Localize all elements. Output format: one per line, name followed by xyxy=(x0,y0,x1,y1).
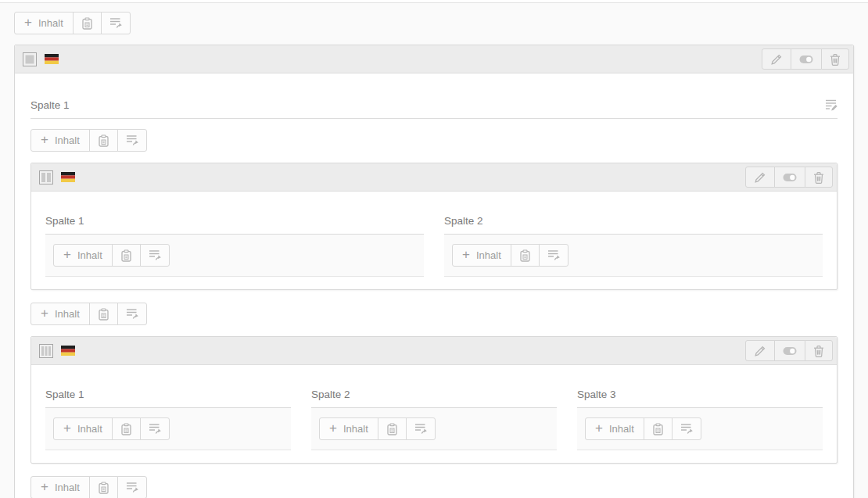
pencil-icon xyxy=(770,53,783,66)
toggle-visibility-button[interactable] xyxy=(774,340,805,361)
container-header[interactable] xyxy=(31,337,837,365)
toggle-visibility-button[interactable] xyxy=(791,48,822,70)
toggle-visibility-button[interactable] xyxy=(774,167,805,188)
content-toolbar: + Inhalt xyxy=(319,417,436,440)
paste-clipboard-button[interactable] xyxy=(89,303,118,325)
paste-clipboard-button[interactable] xyxy=(89,129,118,152)
paste-clipboard-button[interactable] xyxy=(112,244,141,267)
add-content-button[interactable]: + Inhalt xyxy=(452,244,511,267)
add-content-label: Inhalt xyxy=(77,423,102,435)
new-record-button[interactable] xyxy=(117,303,147,325)
new-content-record-icon xyxy=(126,482,138,493)
add-content-button[interactable]: + Inhalt xyxy=(319,417,378,440)
grid-container-two-columns: Spalte 1 + Inhalt xyxy=(30,163,838,290)
content-toolbar: + Inhalt xyxy=(585,417,701,440)
add-content-label: Inhalt xyxy=(38,17,63,29)
new-record-button[interactable] xyxy=(539,244,569,267)
content-editor-page: + Inhalt xyxy=(0,3,868,498)
new-record-button[interactable] xyxy=(101,12,131,34)
new-content-record-icon xyxy=(149,423,161,435)
add-content-button[interactable]: + Inhalt xyxy=(30,129,90,152)
plus-icon: + xyxy=(41,133,48,146)
delete-button[interactable] xyxy=(821,48,849,70)
visibility-toggle-icon xyxy=(783,346,797,356)
clipboard-paste-icon xyxy=(98,482,109,494)
content-toolbar: + Inhalt xyxy=(452,244,569,267)
column-title: Spalte 1 xyxy=(45,389,291,407)
content-column: Spalte 1 + Inhalt xyxy=(45,389,291,450)
pencil-icon xyxy=(754,171,766,184)
column-dropzone: + Inhalt xyxy=(444,234,823,277)
container-actions xyxy=(762,48,849,70)
content-toolbar: + Inhalt xyxy=(30,129,147,152)
content-column: Spalte 1 + Inhalt xyxy=(45,215,424,277)
plus-icon: + xyxy=(41,480,48,493)
edit-button[interactable] xyxy=(745,167,775,188)
paste-clipboard-button[interactable] xyxy=(89,476,118,498)
visibility-toggle-icon xyxy=(799,55,813,64)
new-record-button[interactable] xyxy=(406,417,436,440)
container-header[interactable] xyxy=(31,163,837,192)
new-content-record-icon xyxy=(126,134,138,146)
column-title: Spalte 3 xyxy=(577,389,823,407)
new-content-record-icon xyxy=(547,249,560,261)
new-record-button[interactable] xyxy=(117,476,147,498)
trash-icon xyxy=(830,53,841,66)
new-content-record-icon xyxy=(414,423,427,435)
column-title: Spalte 1 xyxy=(30,99,70,111)
edit-button[interactable] xyxy=(745,340,775,361)
container-actions xyxy=(745,340,833,361)
content-toolbar: + Inhalt xyxy=(53,417,170,440)
column-header-row: Spalte 1 xyxy=(30,99,838,119)
edit-column-button[interactable] xyxy=(825,99,838,111)
container-body: Spalte 1 + Inhalt xyxy=(15,73,853,498)
add-content-label: Inhalt xyxy=(55,308,80,320)
column-title: Spalte 2 xyxy=(311,389,557,407)
new-record-button[interactable] xyxy=(140,417,170,440)
grid-container-three-columns: Spalte 1 + Inhalt xyxy=(30,336,838,464)
clipboard-paste-icon xyxy=(98,134,109,147)
add-content-button[interactable]: + Inhalt xyxy=(585,417,644,440)
grid-container-outer: Spalte 1 + Inhalt xyxy=(14,45,854,498)
add-content-button[interactable]: + Inhalt xyxy=(30,476,90,498)
add-content-button[interactable]: + Inhalt xyxy=(53,417,113,440)
paste-clipboard-button[interactable] xyxy=(378,417,407,440)
add-content-button[interactable]: + Inhalt xyxy=(30,303,90,325)
column-dropzone: + Inhalt xyxy=(45,234,424,277)
paste-clipboard-button[interactable] xyxy=(112,417,141,440)
two-column-layout-icon xyxy=(39,170,53,185)
content-toolbar-top: + Inhalt xyxy=(14,12,131,34)
container-header[interactable] xyxy=(15,45,853,73)
edit-button[interactable] xyxy=(762,48,791,70)
paste-clipboard-button[interactable] xyxy=(644,417,673,440)
delete-button[interactable] xyxy=(805,167,833,188)
new-content-record-icon xyxy=(149,249,161,261)
content-column: Spalte 2 + Inhalt xyxy=(311,389,557,450)
new-content-record-icon xyxy=(109,17,122,29)
paste-clipboard-button[interactable] xyxy=(511,244,540,267)
container-body: Spalte 1 + Inhalt xyxy=(31,192,837,289)
add-content-button[interactable]: + Inhalt xyxy=(53,244,113,267)
add-content-label: Inhalt xyxy=(55,134,80,146)
new-record-button[interactable] xyxy=(672,417,701,440)
add-content-label: Inhalt xyxy=(609,423,634,435)
clipboard-paste-icon xyxy=(652,423,664,435)
column-dropzone: + Inhalt xyxy=(577,407,823,450)
visibility-toggle-icon xyxy=(783,173,797,182)
plus-icon: + xyxy=(24,16,32,29)
add-content-button[interactable]: + Inhalt xyxy=(14,12,74,34)
new-content-record-icon xyxy=(680,423,693,435)
three-column-layout-icon xyxy=(39,344,53,358)
delete-button[interactable] xyxy=(805,340,833,361)
clipboard-paste-icon xyxy=(81,17,93,30)
plus-icon: + xyxy=(462,248,470,261)
content-toolbar: + Inhalt xyxy=(53,244,170,267)
pencil-icon xyxy=(754,345,766,357)
paste-clipboard-button[interactable] xyxy=(73,12,102,34)
clipboard-paste-icon xyxy=(98,308,109,321)
add-content-label: Inhalt xyxy=(55,482,80,493)
column-dropzone: + Inhalt xyxy=(45,407,291,450)
plus-icon: + xyxy=(63,248,71,261)
new-record-button[interactable] xyxy=(140,244,170,267)
new-record-button[interactable] xyxy=(117,129,147,152)
